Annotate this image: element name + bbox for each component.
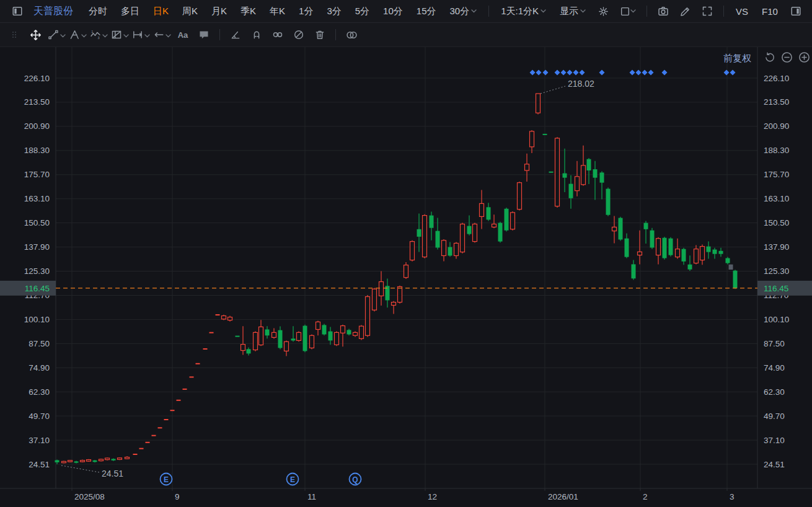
tab-日K[interactable]: 日K: [146, 6, 175, 17]
candle[interactable]: [575, 177, 580, 191]
panel-right-icon[interactable]: [785, 0, 807, 22]
candle[interactable]: [430, 216, 434, 228]
adjustment-mode-label[interactable]: 前复权: [723, 53, 751, 63]
candle-flat[interactable]: [139, 448, 144, 449]
candle[interactable]: [254, 332, 258, 350]
toolbar-grip-handle[interactable]: [4, 25, 25, 44]
tab-3分[interactable]: 3分: [320, 6, 348, 17]
candle[interactable]: [448, 247, 452, 256]
candle[interactable]: [112, 459, 116, 460]
camera-icon[interactable]: [652, 0, 674, 22]
candle[interactable]: [492, 224, 496, 227]
candle[interactable]: [480, 203, 484, 216]
candle-flat[interactable]: [158, 427, 162, 428]
candle[interactable]: [454, 243, 459, 255]
stock-name[interactable]: 天普股份: [29, 5, 82, 18]
candle-flat[interactable]: [236, 336, 240, 337]
candle[interactable]: [291, 338, 296, 340]
trash-tool-icon[interactable]: [309, 25, 330, 44]
candle[interactable]: [68, 461, 73, 462]
candle[interactable]: [530, 131, 534, 147]
comment-tool-icon[interactable]: [193, 25, 214, 44]
candle[interactable]: [663, 238, 667, 258]
candle[interactable]: [625, 239, 629, 257]
candle[interactable]: [105, 458, 110, 460]
vs-button[interactable]: VS: [729, 6, 755, 17]
candle-flat[interactable]: [196, 363, 200, 364]
candle-flat[interactable]: [203, 348, 208, 350]
candle-flat[interactable]: [164, 419, 169, 420]
angle-tool-icon[interactable]: [225, 25, 246, 44]
candle[interactable]: [436, 231, 440, 248]
candle[interactable]: [632, 264, 636, 278]
tab-月K[interactable]: 月K: [205, 6, 234, 17]
candle[interactable]: [353, 332, 358, 335]
candle[interactable]: [322, 325, 327, 334]
candle[interactable]: [373, 289, 377, 310]
tab-季K[interactable]: 季K: [234, 6, 263, 17]
candle[interactable]: [247, 349, 251, 353]
layout-icon[interactable]: [614, 0, 642, 22]
candle[interactable]: [656, 239, 661, 255]
tab-多日[interactable]: 多日: [114, 6, 146, 17]
candle[interactable]: [423, 216, 427, 257]
candle[interactable]: [297, 332, 301, 340]
candle[interactable]: [707, 247, 711, 252]
tab-周K[interactable]: 周K: [175, 6, 205, 17]
f10-button[interactable]: F10: [755, 6, 785, 17]
candle[interactable]: [341, 326, 345, 333]
candle[interactable]: [593, 169, 598, 178]
zoom-out-icon[interactable]: [781, 51, 793, 63]
candle-flat[interactable]: [170, 410, 175, 411]
candle[interactable]: [650, 231, 655, 248]
candle[interactable]: [612, 227, 617, 231]
candle-flat[interactable]: [216, 314, 220, 315]
candle-flat[interactable]: [210, 332, 214, 333]
candle[interactable]: [241, 345, 245, 351]
candle[interactable]: [316, 322, 320, 329]
expand-icon[interactable]: [696, 0, 718, 22]
candle[interactable]: [555, 138, 560, 206]
candle[interactable]: [569, 184, 573, 198]
candle[interactable]: [676, 249, 680, 257]
candle[interactable]: [222, 316, 226, 319]
candle[interactable]: [644, 223, 648, 229]
candle[interactable]: [259, 327, 263, 345]
candle[interactable]: [729, 265, 733, 270]
candle[interactable]: [600, 172, 604, 182]
gear-icon[interactable]: [593, 0, 614, 22]
candle[interactable]: [487, 207, 491, 219]
candle[interactable]: [467, 226, 472, 234]
candle[interactable]: [366, 297, 370, 336]
candle[interactable]: [733, 271, 738, 288]
tab-分时[interactable]: 分时: [82, 6, 114, 17]
candle[interactable]: [87, 460, 91, 462]
tab-年K[interactable]: 年K: [263, 6, 292, 17]
candle[interactable]: [99, 459, 104, 461]
candle[interactable]: [404, 265, 408, 278]
candle[interactable]: [398, 287, 402, 302]
candle[interactable]: [606, 189, 611, 215]
candle-flat[interactable]: [177, 400, 181, 401]
zoom-in-icon[interactable]: [798, 51, 810, 63]
candle[interactable]: [285, 342, 289, 351]
period-selector-dropdown[interactable]: 1天:1分K: [494, 6, 553, 17]
candle[interactable]: [669, 239, 673, 255]
candlestick-chart[interactable]: 218.0224.51226.10226.10213.50213.50200.9…: [0, 0, 812, 507]
candle[interactable]: [272, 332, 276, 337]
candle-flat[interactable]: [152, 435, 156, 436]
compare-tool-icon[interactable]: [341, 25, 362, 44]
candle-flat[interactable]: [146, 442, 150, 443]
candle[interactable]: [536, 94, 541, 113]
candle[interactable]: [125, 457, 130, 459]
candle[interactable]: [700, 247, 705, 260]
candle[interactable]: [93, 461, 97, 462]
gear-tool-icon[interactable]: [362, 25, 383, 44]
candle[interactable]: [410, 242, 415, 260]
candle[interactable]: [511, 213, 515, 229]
candle[interactable]: [329, 332, 333, 341]
candle[interactable]: [726, 258, 730, 263]
display-menu-dropdown[interactable]: 显示: [553, 6, 593, 17]
candle[interactable]: [719, 251, 723, 254]
candle-flat[interactable]: [543, 134, 547, 135]
